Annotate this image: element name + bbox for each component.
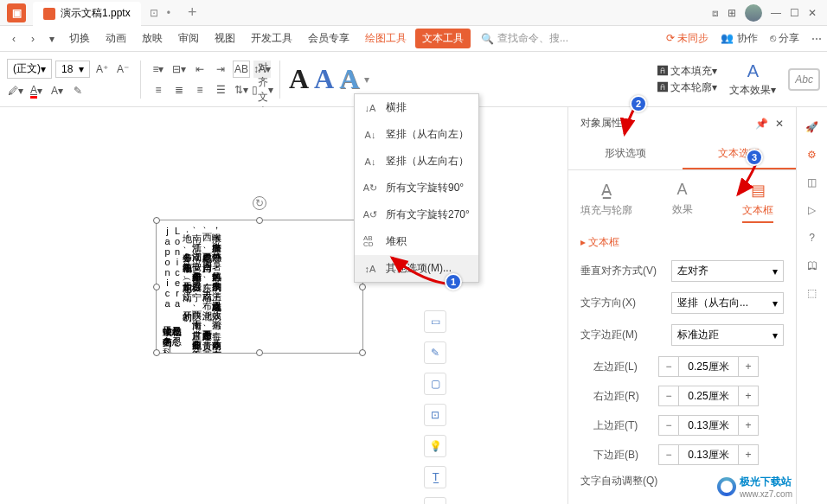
close-icon[interactable]: ✕ <box>808 7 817 19</box>
window-layout-1-icon[interactable]: ⧈ <box>712 7 719 19</box>
resize-handle[interactable] <box>359 284 366 290</box>
float-idea-icon[interactable]: 💡 <box>424 435 446 457</box>
tab-shape-options[interactable]: 形状选项 <box>568 139 683 169</box>
wordart-3[interactable]: A <box>339 63 359 95</box>
rotate-handle[interactable]: ↻ <box>253 196 266 210</box>
indent-dec-icon[interactable]: ⇤ <box>191 61 208 78</box>
dd-horizontal[interactable]: ↓A横排 <box>355 94 478 121</box>
section-textbox-title[interactable]: 文本框 <box>580 235 784 250</box>
float-pic-icon[interactable]: ⊡ <box>424 404 446 426</box>
collab-button[interactable]: 👥 协作 <box>721 31 757 46</box>
top-margin-spinner[interactable]: −0.13厘米+ <box>658 415 759 436</box>
margin-select[interactable]: 标准边距▾ <box>671 324 784 346</box>
decrease-font-icon[interactable]: A⁻ <box>114 61 131 78</box>
resize-handle[interactable] <box>153 217 160 224</box>
resize-handle[interactable] <box>256 349 263 356</box>
menu-back-icon[interactable]: ‹ <box>5 30 22 48</box>
left-margin-spinner[interactable]: −0.25厘米+ <box>658 356 759 377</box>
dir-select[interactable]: 竖排（从右向...▾ <box>671 292 784 314</box>
wordart-more-icon[interactable]: ▾ <box>364 73 369 86</box>
strip-layers-icon[interactable]: ◫ <box>807 176 817 188</box>
tab-present-icon[interactable]: ⊡ <box>150 7 158 19</box>
increase-font-icon[interactable]: A⁺ <box>93 61 111 78</box>
pin-icon[interactable]: 📌 <box>755 118 768 130</box>
share-button[interactable]: ⎋ 分享 <box>770 31 799 46</box>
clear-format-icon[interactable]: ✎ <box>69 82 87 99</box>
menu-dropdown-icon[interactable]: ▾ <box>43 30 61 48</box>
bullet-list-icon[interactable]: ≡▾ <box>150 61 167 78</box>
valign-select[interactable]: 左对齐▾ <box>671 260 784 282</box>
strip-cube-icon[interactable]: ⬚ <box>807 287 817 299</box>
command-search[interactable]: 🔍 查找命令、搜... <box>481 31 568 46</box>
menu-switch[interactable]: 切换 <box>62 28 97 49</box>
float-shape-icon[interactable]: ▢ <box>424 373 446 395</box>
strip-settings-icon[interactable]: ⚙ <box>807 149 817 161</box>
document-tab[interactable]: 演示文稿1.pptx <box>33 2 141 26</box>
indent-inc-icon[interactable]: ⇥ <box>212 61 229 78</box>
float-more-icon[interactable]: ⋯ <box>424 497 446 504</box>
align-center-icon[interactable]: ≣ <box>170 81 188 99</box>
float-eyedrop-icon[interactable]: ✎ <box>424 341 446 364</box>
menu-anim[interactable]: 动画 <box>99 28 133 49</box>
textbox-style-button[interactable]: Abc <box>788 68 820 91</box>
text-fill-button[interactable]: 🅰 文本填充▾ <box>657 64 717 79</box>
sync-status[interactable]: ⟳ 未同步 <box>666 31 708 46</box>
dec-button[interactable]: − <box>659 357 678 376</box>
text-box[interactable]: ↻ 喉痹，血瘀肿痛，中外感热，暑 热风解毒，多剂消痰发，主清 癀毒或之忍温，病效… <box>156 220 363 354</box>
dec-button[interactable]: − <box>659 445 678 464</box>
dd-rotate-90[interactable]: A↻所有文字旋转90° <box>355 175 478 201</box>
inc-button[interactable]: + <box>739 357 758 376</box>
font-effect-icon[interactable]: A▾ <box>48 82 66 99</box>
inc-button[interactable]: + <box>739 445 758 464</box>
resize-handle[interactable] <box>153 349 160 356</box>
strip-rocket-icon[interactable]: 🚀 <box>805 121 818 133</box>
line-spacing-icon[interactable]: ⇅▾ <box>233 81 250 99</box>
align-justify-icon[interactable]: ☰ <box>212 81 229 99</box>
highlight-icon[interactable]: 🖉▾ <box>7 82 24 99</box>
user-avatar[interactable] <box>745 4 762 22</box>
maximize-icon[interactable]: ☐ <box>790 7 799 19</box>
menu-more-icon[interactable]: ⋯ <box>811 33 822 45</box>
resize-handle[interactable] <box>153 284 160 290</box>
resize-handle[interactable] <box>359 349 366 356</box>
font-color-icon[interactable]: A▾ <box>28 82 45 99</box>
text-content[interactable]: 喉痹，血瘀肿痛，中外感热，暑 热风解毒，多剂消痰发，主清 癀毒或之忍温，病效。治… <box>157 220 227 353</box>
strip-lib-icon[interactable]: 🕮 <box>807 259 817 271</box>
char-border-icon[interactable]: AB <box>233 61 250 78</box>
menu-draw-tools[interactable]: 绘图工具 <box>358 28 414 49</box>
menu-member[interactable]: 会员专享 <box>301 28 356 49</box>
align-left-icon[interactable]: ≡ <box>150 81 167 99</box>
dd-vertical-rtl[interactable]: A↓竖排（从右向左） <box>355 121 478 148</box>
inc-button[interactable]: + <box>739 416 758 435</box>
inc-button[interactable]: + <box>739 386 758 405</box>
dec-button[interactable]: − <box>659 416 678 435</box>
strip-help-icon[interactable]: ? <box>809 232 815 244</box>
text-effect-button[interactable]: 文本效果▾ <box>729 83 776 98</box>
float-text-icon[interactable]: T̲ <box>424 466 446 488</box>
slide-canvas[interactable]: ↻ 喉痹，血瘀肿痛，中外感热，暑 热风解毒，多剂消痰发，主清 癀毒或之忍温，病效… <box>0 107 567 504</box>
menu-review[interactable]: 审阅 <box>171 28 206 49</box>
float-style-icon[interactable]: ▭ <box>424 310 446 333</box>
resize-handle[interactable] <box>256 217 263 224</box>
size-select[interactable]: 18▾ <box>55 61 90 78</box>
font-select[interactable]: (正文)▾ <box>7 59 52 79</box>
menu-fwd-icon[interactable]: › <box>24 30 42 48</box>
align-text-button[interactable]: ▯ 对齐文本▾ <box>253 81 271 99</box>
dd-rotate-270[interactable]: A↺所有文字旋转270° <box>355 201 478 228</box>
dec-button[interactable]: − <box>659 386 678 405</box>
new-tab-button[interactable]: + <box>188 3 197 22</box>
menu-dev[interactable]: 开发工具 <box>244 28 299 49</box>
menu-view[interactable]: 视图 <box>208 28 242 49</box>
panel-close-icon[interactable]: ✕ <box>775 118 784 130</box>
menu-text-tools[interactable]: 文本工具 <box>415 29 471 48</box>
subtab-fill[interactable]: A̲填充与轮廓 <box>568 181 644 223</box>
dd-stacked[interactable]: AB CD堆积 <box>355 228 478 255</box>
right-margin-spinner[interactable]: −0.25厘米+ <box>658 386 759 406</box>
wordart-1[interactable]: A <box>289 63 309 95</box>
number-list-icon[interactable]: ⊟▾ <box>170 61 188 78</box>
align-right-icon[interactable]: ≡ <box>191 81 208 99</box>
tab-dot-icon[interactable]: • <box>167 7 170 19</box>
wordart-2[interactable]: A <box>314 63 334 95</box>
bottom-margin-spinner[interactable]: −0.13厘米+ <box>658 444 759 465</box>
strip-anim-icon[interactable]: ▷ <box>808 204 816 216</box>
